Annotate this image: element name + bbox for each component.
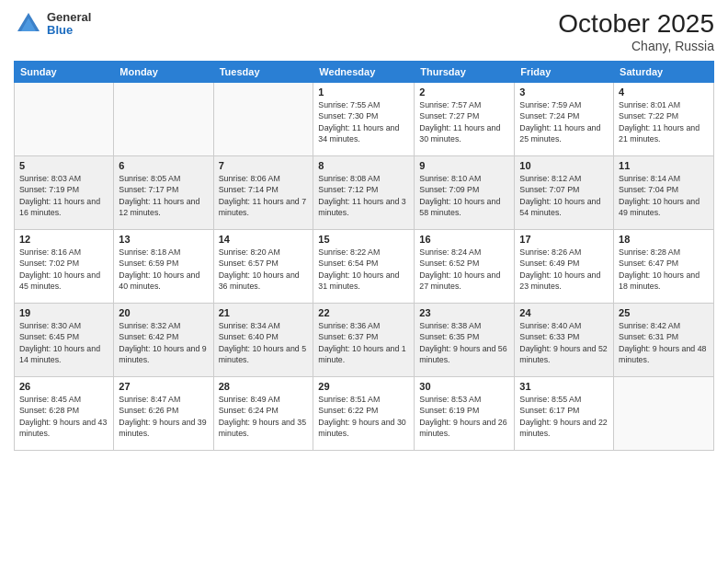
table-row: 16Sunrise: 8:24 AM Sunset: 6:52 PM Dayli… xyxy=(415,230,515,304)
table-row xyxy=(213,83,313,156)
day-number: 24 xyxy=(519,307,609,318)
table-row xyxy=(114,83,213,156)
logo: General Blue xyxy=(14,9,91,39)
day-number: 11 xyxy=(619,160,709,171)
day-info: Sunrise: 8:51 AM Sunset: 6:22 PM Dayligh… xyxy=(318,394,409,439)
day-number: 13 xyxy=(119,234,208,245)
day-number: 31 xyxy=(519,381,609,392)
table-row: 31Sunrise: 8:55 AM Sunset: 6:17 PM Dayli… xyxy=(515,377,614,451)
table-row: 27Sunrise: 8:47 AM Sunset: 6:26 PM Dayli… xyxy=(114,377,213,451)
calendar-row: 12Sunrise: 8:16 AM Sunset: 7:02 PM Dayli… xyxy=(15,230,714,304)
day-info: Sunrise: 8:20 AM Sunset: 6:57 PM Dayligh… xyxy=(219,247,309,292)
day-info: Sunrise: 8:30 AM Sunset: 6:45 PM Dayligh… xyxy=(19,320,108,365)
table-row xyxy=(15,83,114,156)
table-row: 24Sunrise: 8:40 AM Sunset: 6:33 PM Dayli… xyxy=(515,304,614,377)
logo-blue: Blue xyxy=(47,24,91,37)
calendar: Sunday Monday Tuesday Wednesday Thursday… xyxy=(14,61,714,451)
calendar-row: 26Sunrise: 8:45 AM Sunset: 6:28 PM Dayli… xyxy=(15,377,714,451)
col-friday: Friday xyxy=(515,62,614,83)
day-info: Sunrise: 8:16 AM Sunset: 7:02 PM Dayligh… xyxy=(19,247,108,292)
table-row: 22Sunrise: 8:36 AM Sunset: 6:37 PM Dayli… xyxy=(313,304,415,377)
day-number: 21 xyxy=(219,307,309,318)
logo-general: General xyxy=(47,11,91,24)
table-row: 3Sunrise: 7:59 AM Sunset: 7:24 PM Daylig… xyxy=(515,83,614,156)
table-row: 6Sunrise: 8:05 AM Sunset: 7:17 PM Daylig… xyxy=(114,156,213,230)
day-number: 18 xyxy=(619,234,709,245)
day-info: Sunrise: 8:01 AM Sunset: 7:22 PM Dayligh… xyxy=(619,99,709,144)
day-info: Sunrise: 8:03 AM Sunset: 7:19 PM Dayligh… xyxy=(19,173,108,218)
day-number: 5 xyxy=(19,160,108,171)
table-row: 5Sunrise: 8:03 AM Sunset: 7:19 PM Daylig… xyxy=(15,156,114,230)
day-info: Sunrise: 8:38 AM Sunset: 6:35 PM Dayligh… xyxy=(419,320,509,365)
day-info: Sunrise: 8:06 AM Sunset: 7:14 PM Dayligh… xyxy=(219,173,309,218)
table-row: 25Sunrise: 8:42 AM Sunset: 6:31 PM Dayli… xyxy=(614,304,714,377)
day-info: Sunrise: 8:47 AM Sunset: 6:26 PM Dayligh… xyxy=(119,394,208,439)
day-info: Sunrise: 8:12 AM Sunset: 7:07 PM Dayligh… xyxy=(519,173,609,218)
table-row: 13Sunrise: 8:18 AM Sunset: 6:59 PM Dayli… xyxy=(114,230,213,304)
col-monday: Monday xyxy=(114,62,213,83)
day-info: Sunrise: 8:18 AM Sunset: 6:59 PM Dayligh… xyxy=(119,247,208,292)
calendar-header: Sunday Monday Tuesday Wednesday Thursday… xyxy=(15,62,714,83)
calendar-row: 19Sunrise: 8:30 AM Sunset: 6:45 PM Dayli… xyxy=(15,304,714,377)
day-info: Sunrise: 8:40 AM Sunset: 6:33 PM Dayligh… xyxy=(519,320,609,365)
day-number: 7 xyxy=(219,160,309,171)
day-number: 29 xyxy=(318,381,409,392)
table-row: 2Sunrise: 7:57 AM Sunset: 7:27 PM Daylig… xyxy=(415,83,515,156)
day-number: 15 xyxy=(318,234,409,245)
day-number: 28 xyxy=(219,381,309,392)
day-number: 8 xyxy=(318,160,409,171)
table-row: 21Sunrise: 8:34 AM Sunset: 6:40 PM Dayli… xyxy=(213,304,313,377)
calendar-row: 1Sunrise: 7:55 AM Sunset: 7:30 PM Daylig… xyxy=(15,83,714,156)
day-number: 4 xyxy=(619,86,709,98)
header: General Blue October 2025 Chany, Russia xyxy=(14,9,714,53)
day-info: Sunrise: 8:42 AM Sunset: 6:31 PM Dayligh… xyxy=(619,320,709,365)
day-info: Sunrise: 8:05 AM Sunset: 7:17 PM Dayligh… xyxy=(119,173,208,218)
day-info: Sunrise: 8:49 AM Sunset: 6:24 PM Dayligh… xyxy=(219,394,309,439)
day-number: 14 xyxy=(219,234,309,245)
day-info: Sunrise: 8:55 AM Sunset: 6:17 PM Dayligh… xyxy=(519,394,609,439)
day-info: Sunrise: 8:28 AM Sunset: 6:47 PM Dayligh… xyxy=(619,247,709,292)
day-number: 3 xyxy=(519,86,609,98)
col-saturday: Saturday xyxy=(614,62,714,83)
table-row: 28Sunrise: 8:49 AM Sunset: 6:24 PM Dayli… xyxy=(213,377,313,451)
table-row: 11Sunrise: 8:14 AM Sunset: 7:04 PM Dayli… xyxy=(614,156,714,230)
day-info: Sunrise: 8:36 AM Sunset: 6:37 PM Dayligh… xyxy=(318,320,409,365)
calendar-row: 5Sunrise: 8:03 AM Sunset: 7:19 PM Daylig… xyxy=(15,156,714,230)
table-row: 10Sunrise: 8:12 AM Sunset: 7:07 PM Dayli… xyxy=(515,156,614,230)
day-info: Sunrise: 7:57 AM Sunset: 7:27 PM Dayligh… xyxy=(419,99,509,144)
day-number: 30 xyxy=(419,381,509,392)
day-info: Sunrise: 8:08 AM Sunset: 7:12 PM Dayligh… xyxy=(318,173,409,218)
month-year: October 2025 xyxy=(558,9,714,39)
day-number: 1 xyxy=(318,86,409,98)
day-number: 6 xyxy=(119,160,208,171)
table-row: 8Sunrise: 8:08 AM Sunset: 7:12 PM Daylig… xyxy=(313,156,415,230)
table-row xyxy=(614,377,714,451)
table-row: 29Sunrise: 8:51 AM Sunset: 6:22 PM Dayli… xyxy=(313,377,415,451)
title-block: October 2025 Chany, Russia xyxy=(558,9,714,53)
table-row: 7Sunrise: 8:06 AM Sunset: 7:14 PM Daylig… xyxy=(213,156,313,230)
day-number: 10 xyxy=(519,160,609,171)
day-number: 25 xyxy=(619,307,709,318)
day-info: Sunrise: 8:10 AM Sunset: 7:09 PM Dayligh… xyxy=(419,173,509,218)
logo-icon xyxy=(14,9,43,39)
logo-text: General Blue xyxy=(47,11,91,38)
table-row: 26Sunrise: 8:45 AM Sunset: 6:28 PM Dayli… xyxy=(15,377,114,451)
day-info: Sunrise: 8:26 AM Sunset: 6:49 PM Dayligh… xyxy=(519,247,609,292)
day-number: 2 xyxy=(419,86,509,98)
table-row: 17Sunrise: 8:26 AM Sunset: 6:49 PM Dayli… xyxy=(515,230,614,304)
table-row: 20Sunrise: 8:32 AM Sunset: 6:42 PM Dayli… xyxy=(114,304,213,377)
header-row: Sunday Monday Tuesday Wednesday Thursday… xyxy=(15,62,714,83)
day-info: Sunrise: 8:14 AM Sunset: 7:04 PM Dayligh… xyxy=(619,173,709,218)
col-thursday: Thursday xyxy=(415,62,515,83)
day-info: Sunrise: 8:45 AM Sunset: 6:28 PM Dayligh… xyxy=(19,394,108,439)
table-row: 12Sunrise: 8:16 AM Sunset: 7:02 PM Dayli… xyxy=(15,230,114,304)
col-wednesday: Wednesday xyxy=(313,62,415,83)
day-info: Sunrise: 8:22 AM Sunset: 6:54 PM Dayligh… xyxy=(318,247,409,292)
table-row: 19Sunrise: 8:30 AM Sunset: 6:45 PM Dayli… xyxy=(15,304,114,377)
table-row: 15Sunrise: 8:22 AM Sunset: 6:54 PM Dayli… xyxy=(313,230,415,304)
table-row: 23Sunrise: 8:38 AM Sunset: 6:35 PM Dayli… xyxy=(415,304,515,377)
table-row: 30Sunrise: 8:53 AM Sunset: 6:19 PM Dayli… xyxy=(415,377,515,451)
day-info: Sunrise: 8:32 AM Sunset: 6:42 PM Dayligh… xyxy=(119,320,208,365)
day-info: Sunrise: 7:59 AM Sunset: 7:24 PM Dayligh… xyxy=(519,99,609,144)
day-info: Sunrise: 8:34 AM Sunset: 6:40 PM Dayligh… xyxy=(219,320,309,365)
